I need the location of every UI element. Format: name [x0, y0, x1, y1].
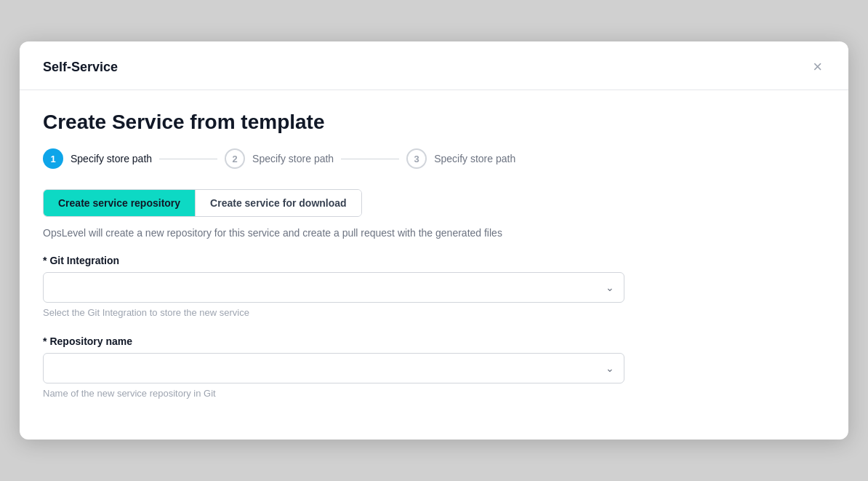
steps-row: 1 Specify store path 2 Specify store pat…	[43, 148, 825, 169]
git-integration-select-wrapper: ⌄	[43, 272, 624, 303]
repository-name-select[interactable]	[43, 353, 624, 383]
description-text: OpsLevel will create a new repository fo…	[43, 227, 825, 239]
step-3-circle: 3	[406, 148, 427, 169]
git-integration-hint: Select the Git Integration to store the …	[43, 307, 825, 318]
page-title: Create Service from template	[43, 111, 825, 134]
step-1-circle: 1	[43, 148, 63, 169]
modal-header: Self-Service ×	[20, 41, 848, 90]
step-connector-1	[159, 159, 217, 159]
repository-name-label: * Repository name	[43, 335, 825, 347]
close-button[interactable]: ×	[810, 56, 825, 78]
modal-overlay: Self-Service × Create Service from templ…	[0, 0, 868, 481]
step-connector-2	[341, 159, 399, 159]
repository-name-select-wrapper: ⌄	[43, 353, 624, 383]
tab-create-download[interactable]: Create service for download	[195, 190, 361, 216]
modal-dialog: Self-Service × Create Service from templ…	[20, 41, 848, 440]
step-3: 3 Specify store path	[406, 148, 515, 169]
tab-row: Create service repository Create service…	[43, 189, 362, 217]
step-1-label: Specify store path	[71, 153, 152, 164]
repository-name-group: * Repository name ⌄ Name of the new serv…	[43, 335, 825, 399]
step-3-label: Specify store path	[434, 153, 515, 164]
repository-name-required: *	[43, 335, 47, 347]
repository-name-hint: Name of the new service repository in Gi…	[43, 388, 825, 399]
git-integration-label: * Git Integration	[43, 255, 825, 266]
step-2-label: Specify store path	[252, 153, 334, 164]
modal-body: Create Service from template 1 Specify s…	[20, 90, 848, 440]
modal-title: Self-Service	[43, 60, 118, 75]
git-integration-select[interactable]	[43, 272, 624, 303]
close-icon: ×	[813, 59, 822, 75]
tab-create-repository[interactable]: Create service repository	[44, 190, 195, 216]
step-2-circle: 2	[225, 148, 245, 169]
step-1: 1 Specify store path	[43, 148, 152, 169]
git-integration-group: * Git Integration ⌄ Select the Git Integ…	[43, 255, 825, 318]
step-2: 2 Specify store path	[225, 148, 334, 169]
git-integration-required: *	[43, 255, 47, 266]
